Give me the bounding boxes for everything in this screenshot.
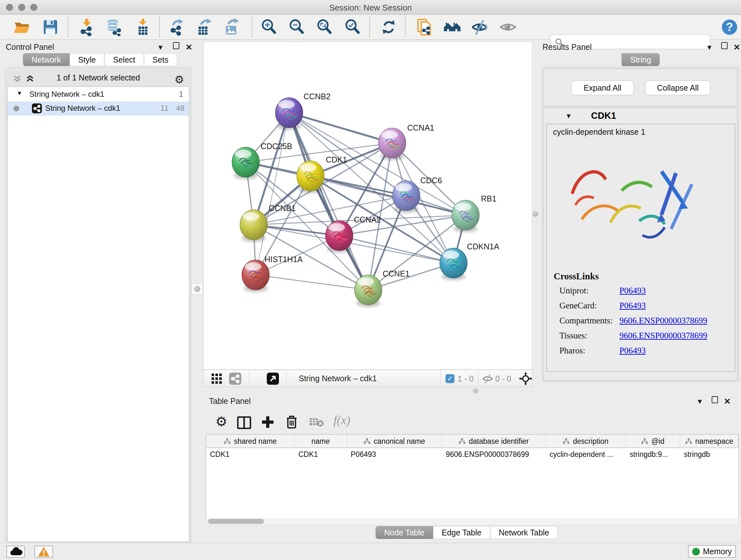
close-panel-icon[interactable]: ✕ xyxy=(185,43,192,52)
svg-text:?: ? xyxy=(726,20,733,34)
export-network-icon[interactable] xyxy=(169,18,186,36)
eye-icon[interactable] xyxy=(499,18,517,36)
tab-edge-table[interactable]: Edge Table xyxy=(433,526,490,539)
cell-shared-name[interactable]: CDK1 xyxy=(206,448,294,461)
tab-network[interactable]: Network xyxy=(23,53,70,66)
crosslink-row: Pharos: P06493 xyxy=(556,343,728,358)
memory-button[interactable]: Memory xyxy=(688,545,736,558)
refresh-icon[interactable] xyxy=(380,18,398,36)
hide-eye-icon[interactable] xyxy=(471,18,488,36)
warning-button[interactable] xyxy=(35,546,53,558)
pan-crosshair-icon[interactable] xyxy=(519,372,532,387)
collapse-panel-icon[interactable]: ▼ xyxy=(157,44,164,52)
table-panel-title: Table Panel xyxy=(209,396,251,406)
collapse-all-button[interactable]: Collapse All xyxy=(645,80,711,95)
export-image-icon[interactable] xyxy=(223,18,241,36)
zoom-in-icon[interactable] xyxy=(260,18,278,36)
memory-label: Memory xyxy=(703,547,732,556)
grid-view-icon[interactable] xyxy=(211,373,222,385)
section-expand-icon[interactable]: ▼ xyxy=(565,112,572,120)
network-canvas[interactable]: CCNB2CCNA1CDC25BCDK1CDC6RB1CCNB1CCNA2CDK… xyxy=(203,42,532,370)
tab-sets[interactable]: Sets xyxy=(144,53,177,66)
scrollbar-thumb[interactable] xyxy=(208,519,264,524)
right-splitter[interactable] xyxy=(532,42,539,387)
cell--id[interactable]: stringdb:9... xyxy=(626,448,680,461)
column-header-database-identifier[interactable]: database identifier xyxy=(442,435,546,448)
crosslink-link[interactable]: 9606.ENSP00000378699 xyxy=(619,316,707,326)
cell-canonical-name[interactable]: P06493 xyxy=(347,448,442,461)
crosslink-link[interactable]: P06493 xyxy=(619,286,646,296)
crosslink-link[interactable]: 9606.ENSP00000378699 xyxy=(619,331,707,341)
column-header-shared-name[interactable]: shared name xyxy=(206,435,294,448)
delete-table-icon[interactable] xyxy=(309,418,324,428)
network-file-icon[interactable] xyxy=(415,18,433,36)
share-view-icon[interactable] xyxy=(229,373,241,385)
save-session-icon[interactable] xyxy=(42,18,59,36)
crosslink-link[interactable]: P06493 xyxy=(619,301,646,311)
table-horizontal-scrollbar[interactable] xyxy=(206,518,739,525)
float-panel-icon[interactable] xyxy=(173,42,179,51)
network-node-CDKN1A[interactable]: CDKN1A xyxy=(440,242,499,280)
export-table-icon[interactable] xyxy=(196,18,214,36)
column-header-description[interactable]: description xyxy=(546,435,626,448)
gene-section: ▼ CDK1 cyclin-dependent kinase 1 xyxy=(543,108,738,381)
column-header-canonical-name[interactable]: canonical name xyxy=(347,435,442,448)
network-row[interactable]: String Network – cdk1 11 48 xyxy=(8,102,189,116)
gear-icon[interactable]: ⚙ xyxy=(175,73,184,86)
protein-structure-image xyxy=(559,143,710,264)
network-graph[interactable]: CCNB2CCNA1CDC25BCDK1CDC6RB1CCNB1CCNA2CDK… xyxy=(204,42,532,369)
network-edge-count: 48 xyxy=(176,104,185,113)
selected-checkbox-icon[interactable]: ✓ xyxy=(446,374,455,383)
cell-description[interactable]: cyclin-dependent ... xyxy=(546,448,626,461)
function-builder-icon[interactable]: f(x) xyxy=(333,413,350,427)
crosslink-label: Tissues: xyxy=(559,331,588,341)
hidden-eye-icon[interactable] xyxy=(482,374,493,385)
tab-select[interactable]: Select xyxy=(105,53,144,66)
tab-string[interactable]: String xyxy=(622,53,660,66)
network-node-CCNB2[interactable]: CCNB2 xyxy=(275,92,331,130)
cell-namespace[interactable]: stringdb xyxy=(680,448,738,461)
zoom-out-icon[interactable] xyxy=(288,18,306,36)
float-panel-icon[interactable] xyxy=(712,396,718,405)
column-header-name[interactable]: name xyxy=(294,435,347,448)
table-gear-icon[interactable]: ⚙ xyxy=(215,414,227,429)
expand-all-button[interactable]: Expand All xyxy=(571,80,634,95)
import-database-icon[interactable] xyxy=(105,18,123,36)
network-node-RB1[interactable]: RB1 xyxy=(452,194,496,233)
cloud-button[interactable] xyxy=(6,546,25,558)
network-node-CCNA1[interactable]: CCNA1 xyxy=(379,123,434,160)
cell-name[interactable]: CDK1 xyxy=(294,448,347,461)
home-icon[interactable] xyxy=(443,18,461,36)
close-panel-icon[interactable]: ✕ xyxy=(724,396,731,407)
float-panel-icon[interactable] xyxy=(721,42,728,51)
table-panel: Table Panel ▼ ✕ ⚙ f(x) shared namenameca… xyxy=(203,391,741,545)
network-node-HIST1H1A[interactable]: HIST1H1A xyxy=(242,255,303,292)
crosslink-label: Compartments: xyxy=(559,316,612,326)
add-column-icon[interactable] xyxy=(261,416,274,430)
crosslink-link[interactable]: P06493 xyxy=(619,346,646,356)
tab-node-table[interactable]: Node Table xyxy=(376,526,433,539)
collapse-panel-icon[interactable]: ▼ xyxy=(696,397,703,406)
network-node-CCNE1[interactable]: CCNE1 xyxy=(354,269,410,307)
split-columns-icon[interactable] xyxy=(237,416,251,430)
network-collection-row[interactable]: ▼ String Network – cdk1 1 xyxy=(8,87,189,102)
left-splitter-handle[interactable] xyxy=(192,284,203,294)
close-panel-icon[interactable]: ✕ xyxy=(733,43,740,52)
table-row[interactable]: CDK1CDK1P064939606.ENSP00000378699cyclin… xyxy=(206,448,738,461)
column-header--id[interactable]: @id xyxy=(626,435,680,448)
column-header-namespace[interactable]: namespace xyxy=(680,435,738,448)
tab-network-table[interactable]: Network Table xyxy=(490,526,558,539)
tab-style[interactable]: Style xyxy=(70,53,105,66)
delete-column-icon[interactable] xyxy=(286,415,298,430)
help-icon[interactable]: ? xyxy=(721,18,738,36)
network-node-CDC25B[interactable]: CDC25B xyxy=(232,142,292,179)
import-network-icon[interactable] xyxy=(78,18,96,36)
open-session-icon[interactable] xyxy=(13,18,30,36)
cell-database-identifier[interactable]: 9606.ENSP00000378699 xyxy=(442,448,546,461)
collection-expand-icon[interactable]: ▼ xyxy=(17,90,22,97)
import-table-icon[interactable] xyxy=(134,18,152,36)
collapse-panel-icon[interactable]: ▼ xyxy=(706,44,713,52)
zoom-selected-icon[interactable] xyxy=(344,18,361,36)
zoom-fit-icon[interactable] xyxy=(316,18,333,36)
detach-view-icon[interactable] xyxy=(267,373,279,385)
